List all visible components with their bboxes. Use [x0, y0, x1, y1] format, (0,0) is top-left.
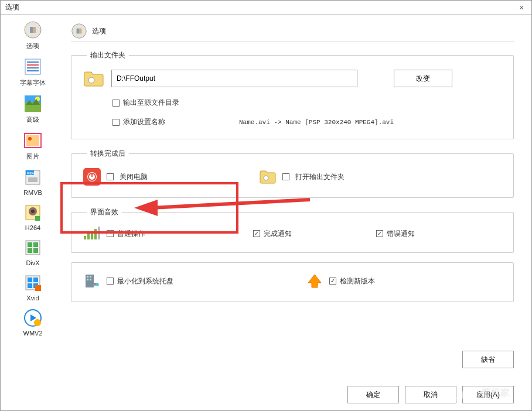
svg-point-20	[31, 210, 35, 213]
main-panel: 选项 输出文件夹 改变 输出至源文件目录 添加设置名称 Name.avi -> …	[65, 15, 531, 410]
output-folder-group: 输出文件夹 改变 输出至源文件目录 添加设置名称 Name.avi -> Nam…	[71, 50, 514, 139]
svg-point-38	[88, 77, 94, 83]
sidebar-item-label: WMV2	[23, 330, 43, 337]
picture-icon	[23, 131, 42, 150]
font-icon	[23, 57, 42, 76]
sidebar-item-label: 图片	[26, 152, 39, 161]
svg-rect-28	[28, 278, 32, 282]
svg-rect-1	[30, 27, 33, 33]
panel-header: 选项	[71, 20, 514, 42]
svg-rect-46	[94, 229, 97, 239]
after-legend: 转换完成后	[87, 149, 129, 159]
h264-icon	[23, 203, 42, 222]
svg-rect-26	[33, 248, 38, 253]
svg-rect-50	[90, 276, 91, 278]
panel-title: 选项	[92, 26, 106, 36]
dialog-footer: 确定 取消 应用(A)	[347, 386, 514, 403]
svg-rect-25	[28, 248, 32, 253]
minimize-tray-checkbox[interactable]	[107, 278, 114, 285]
svg-point-34	[34, 319, 41, 326]
sidebar: 选项 字幕字体 高级 图片 REAL RMVB	[1, 15, 65, 410]
sidebar-item-advanced[interactable]: 高级	[15, 94, 50, 124]
sidebar-item-h264[interactable]: H264	[15, 203, 50, 231]
shutdown-checkbox[interactable]	[107, 173, 114, 180]
svg-rect-51	[87, 279, 88, 280]
svg-point-13	[28, 137, 32, 141]
sound-group: 界面音效 普通操作 完成通知 错误通知	[71, 207, 514, 253]
sidebar-item-label: RMVB	[23, 189, 42, 196]
rmvb-icon: REAL	[23, 168, 42, 187]
sound-legend: 界面音效	[87, 207, 122, 217]
svg-rect-12	[26, 135, 39, 146]
apply-button[interactable]: 应用(A)	[462, 386, 514, 403]
open-folder-label: 打开输出文件夹	[295, 172, 345, 182]
sidebar-item-options[interactable]: 选项	[15, 20, 50, 50]
svg-rect-45	[91, 231, 93, 239]
sidebar-item-picture[interactable]: 图片	[15, 131, 50, 161]
close-button[interactable]: ×	[516, 2, 527, 13]
done-sound-checkbox[interactable]	[253, 230, 260, 237]
output-to-source-checkbox[interactable]	[112, 100, 120, 107]
window-title: 选项	[5, 2, 19, 12]
svg-rect-54	[94, 283, 96, 285]
svg-point-42	[264, 176, 268, 180]
sidebar-item-rmvb[interactable]: REAL RMVB	[15, 168, 50, 196]
naming-hint: Name.avi -> Name [PSP 320x240 MPEG4].avi	[239, 119, 394, 126]
ok-button[interactable]: 确定	[347, 386, 399, 403]
divx-icon	[23, 238, 42, 257]
svg-rect-24	[33, 242, 38, 247]
open-folder-icon	[259, 169, 277, 184]
error-sound-checkbox[interactable]	[376, 230, 383, 237]
svg-rect-21	[35, 216, 40, 221]
svg-rect-44	[87, 234, 90, 239]
xvid-icon	[23, 273, 42, 292]
advanced-icon	[23, 94, 42, 113]
output-to-source-label: 输出至源文件目录	[123, 98, 179, 108]
sidebar-item-label: 选项	[26, 42, 39, 50]
svg-line-56	[152, 200, 310, 208]
cancel-button[interactable]: 取消	[405, 386, 456, 403]
sound-bars-icon	[83, 227, 101, 241]
normal-sound-checkbox[interactable]	[107, 230, 114, 237]
svg-rect-17	[28, 177, 37, 182]
sidebar-item-label: H264	[25, 224, 40, 231]
svg-rect-36	[77, 29, 79, 34]
svg-rect-43	[84, 236, 86, 239]
shutdown-label: 关闭电脑	[120, 172, 148, 182]
wmv2-icon	[23, 309, 42, 327]
output-path-input[interactable]	[111, 70, 357, 87]
update-icon	[306, 272, 323, 290]
sidebar-item-divx[interactable]: DivX	[15, 238, 50, 266]
svg-rect-29	[33, 278, 38, 282]
svg-rect-2	[33, 27, 36, 33]
svg-rect-47	[98, 227, 100, 239]
add-setting-name-label: 添加设置名称	[123, 117, 165, 127]
change-button[interactable]: 改变	[394, 70, 452, 87]
svg-rect-55	[97, 283, 98, 285]
default-button[interactable]: 缺省	[462, 351, 514, 368]
svg-rect-32	[35, 285, 41, 291]
svg-rect-23	[28, 242, 32, 247]
sidebar-item-xvid[interactable]: Xvid	[15, 273, 50, 302]
sidebar-item-wmv2[interactable]: WMV2	[15, 309, 50, 337]
svg-rect-37	[79, 29, 81, 34]
add-setting-name-checkbox[interactable]	[112, 119, 120, 126]
misc-group: 最小化到系统托盘 检测新版本	[71, 262, 514, 302]
titlebar: 选项 ×	[1, 1, 531, 15]
sidebar-item-label: Xvid	[26, 294, 39, 302]
svg-rect-30	[28, 283, 32, 288]
sidebar-item-label: DivX	[26, 259, 39, 266]
error-sound-label: 错误通知	[387, 229, 415, 239]
sidebar-item-label: 高级	[26, 115, 39, 124]
check-update-label: 检测新版本	[340, 276, 375, 286]
svg-rect-49	[87, 276, 88, 278]
normal-sound-label: 普通操作	[117, 229, 145, 239]
done-sound-label: 完成通知	[264, 229, 292, 239]
check-update-checkbox[interactable]	[329, 278, 336, 285]
svg-rect-3	[25, 59, 40, 74]
folder-icon	[83, 70, 104, 87]
minimize-tray-label: 最小化到系统托盘	[117, 276, 173, 286]
open-folder-checkbox[interactable]	[282, 173, 289, 180]
power-icon	[83, 168, 101, 186]
sidebar-item-subtitle-font[interactable]: 字幕字体	[15, 57, 50, 87]
